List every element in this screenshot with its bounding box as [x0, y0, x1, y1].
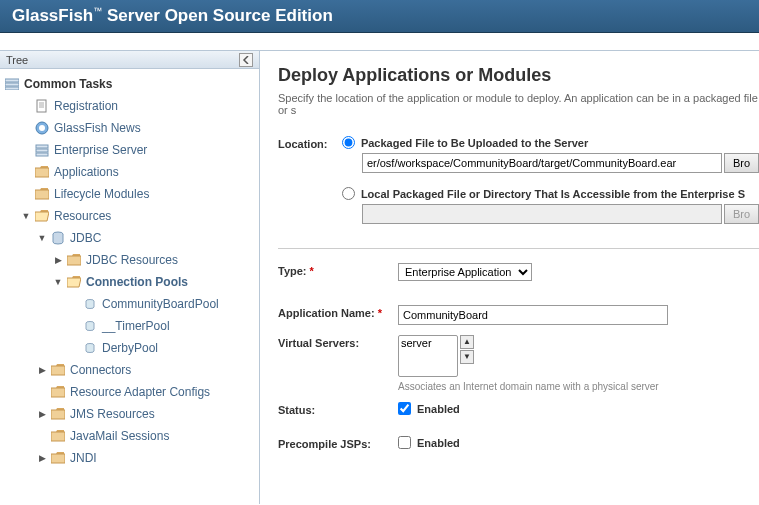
tree-item-derbypool[interactable]: DerbyPool — [0, 337, 259, 359]
tree-item-label: JDBC — [70, 231, 101, 245]
tree-item-label: Applications — [54, 165, 119, 179]
collapse-sidebar-button[interactable] — [239, 53, 253, 67]
vservers-row: Virtual Servers: server ▲ ▼ Associates a… — [278, 335, 759, 392]
tree-item-jdbc[interactable]: ▼JDBC — [0, 227, 259, 249]
tree-item-label: JavaMail Sessions — [70, 429, 169, 443]
chevron-left-icon — [242, 56, 250, 64]
app-title-rest: Server Open Source Edition — [102, 6, 333, 25]
svg-rect-10 — [36, 149, 48, 152]
toggle-icon[interactable]: ▶ — [36, 408, 48, 420]
folder-icon — [50, 450, 66, 466]
tree-item-communityboardpool[interactable]: CommunityBoardPool — [0, 293, 259, 315]
precompile-row: Precompile JSPs: Enabled — [278, 436, 759, 450]
local-file-input — [362, 204, 722, 224]
doc-icon — [34, 98, 50, 114]
svg-rect-12 — [35, 168, 49, 177]
tree-item-registration[interactable]: Registration — [0, 95, 259, 117]
sidebar: Tree Common Tasks RegistrationGlassFish … — [0, 51, 260, 504]
server-icon — [4, 76, 20, 92]
header-gap — [0, 33, 759, 51]
tree-item-label: CommunityBoardPool — [102, 297, 219, 311]
tree-item--timerpool[interactable]: __TimerPool — [0, 315, 259, 337]
vs-down-button[interactable]: ▼ — [460, 350, 474, 364]
appname-label: Application Name: * — [278, 305, 398, 319]
tree-item-connectors[interactable]: ▶Connectors — [0, 359, 259, 381]
upload-radio-label: Packaged File to Be Uploaded to the Serv… — [361, 137, 588, 149]
appname-input[interactable] — [398, 305, 668, 325]
vservers-label: Virtual Servers: — [278, 335, 398, 349]
precompile-checkbox[interactable] — [398, 436, 411, 449]
upload-file-row: Bro — [362, 153, 759, 173]
toggle-icon[interactable]: ▶ — [36, 364, 48, 376]
svg-rect-1 — [5, 83, 19, 86]
toggle-icon[interactable]: ▼ — [52, 276, 64, 288]
folder-open-icon — [34, 208, 50, 224]
tree-item-glassfish-news[interactable]: GlassFish News — [0, 117, 259, 139]
tree: Common Tasks RegistrationGlassFish NewsE… — [0, 69, 259, 473]
svg-rect-11 — [36, 153, 48, 156]
vs-up-button[interactable]: ▲ — [460, 335, 474, 349]
toggle-icon[interactable]: ▶ — [36, 452, 48, 464]
toggle-icon[interactable]: ▶ — [52, 254, 64, 266]
type-select[interactable]: Enterprise Application — [398, 263, 532, 281]
sidebar-title: Tree — [6, 54, 28, 66]
svg-rect-22 — [51, 432, 65, 441]
browse-local-button: Bro — [724, 204, 759, 224]
status-checkbox[interactable] — [398, 402, 411, 415]
folder-icon — [34, 186, 50, 202]
status-text: Enabled — [417, 403, 460, 415]
toggle-icon[interactable]: ▼ — [36, 232, 48, 244]
app-header: GlassFish™ Server Open Source Edition — [0, 0, 759, 33]
tree-item-lifecycle-modules[interactable]: Lifecycle Modules — [0, 183, 259, 205]
svg-rect-13 — [35, 190, 49, 199]
status-row: Status: Enabled — [278, 402, 759, 416]
svg-rect-2 — [5, 87, 19, 90]
trademark: ™ — [93, 6, 102, 16]
tree-item-resources[interactable]: ▼Resources — [0, 205, 259, 227]
tree-root-label: Common Tasks — [24, 77, 112, 91]
vs-option: server — [401, 337, 455, 350]
folder-icon — [50, 384, 66, 400]
precompile-label: Precompile JSPs: — [278, 436, 398, 450]
tree-item-resource-adapter-configs[interactable]: Resource Adapter Configs — [0, 381, 259, 403]
folder-icon — [66, 252, 82, 268]
type-row: Type: * Enterprise Application — [278, 263, 759, 281]
news-icon — [34, 120, 50, 136]
svg-point-8 — [39, 125, 45, 131]
tree-item-label: JNDI — [70, 451, 97, 465]
svg-rect-0 — [5, 79, 19, 82]
browse-upload-button[interactable]: Bro — [724, 153, 759, 173]
folder-icon — [50, 406, 66, 422]
tree-item-jndi[interactable]: ▶JNDI — [0, 447, 259, 469]
tree-item-enterprise-server[interactable]: Enterprise Server — [0, 139, 259, 161]
tree-item-jdbc-resources[interactable]: ▶JDBC Resources — [0, 249, 259, 271]
toggle-icon[interactable]: ▼ — [20, 210, 32, 222]
app-title-brand: GlassFish — [12, 6, 93, 25]
precompile-text: Enabled — [417, 437, 460, 449]
content-area: Deploy Applications or Modules Specify t… — [260, 51, 759, 504]
tree-item-applications[interactable]: Applications — [0, 161, 259, 183]
tree-item-label: Connection Pools — [86, 275, 188, 289]
upload-file-input[interactable] — [362, 153, 722, 173]
dbitem-icon — [82, 340, 98, 356]
svg-rect-20 — [51, 388, 65, 397]
tree-item-label: Lifecycle Modules — [54, 187, 149, 201]
upload-radio[interactable] — [342, 136, 355, 149]
tree-item-jms-resources[interactable]: ▶JMS Resources — [0, 403, 259, 425]
page-description: Specify the location of the application … — [278, 92, 759, 116]
page-title: Deploy Applications or Modules — [278, 65, 759, 86]
virtual-servers-select[interactable]: server — [398, 335, 458, 377]
tree-root[interactable]: Common Tasks — [0, 73, 259, 95]
tree-item-label: Resources — [54, 209, 111, 223]
folder-icon — [50, 362, 66, 378]
separator — [278, 248, 759, 249]
tree-item-connection-pools[interactable]: ▼Connection Pools — [0, 271, 259, 293]
tree-item-label: Enterprise Server — [54, 143, 147, 157]
tree-item-label: JDBC Resources — [86, 253, 178, 267]
tree-item-javamail-sessions[interactable]: JavaMail Sessions — [0, 425, 259, 447]
tree-item-label: Connectors — [70, 363, 131, 377]
tree-item-label: Resource Adapter Configs — [70, 385, 210, 399]
folder-icon — [50, 428, 66, 444]
tree-item-label: DerbyPool — [102, 341, 158, 355]
local-radio[interactable] — [342, 187, 355, 200]
